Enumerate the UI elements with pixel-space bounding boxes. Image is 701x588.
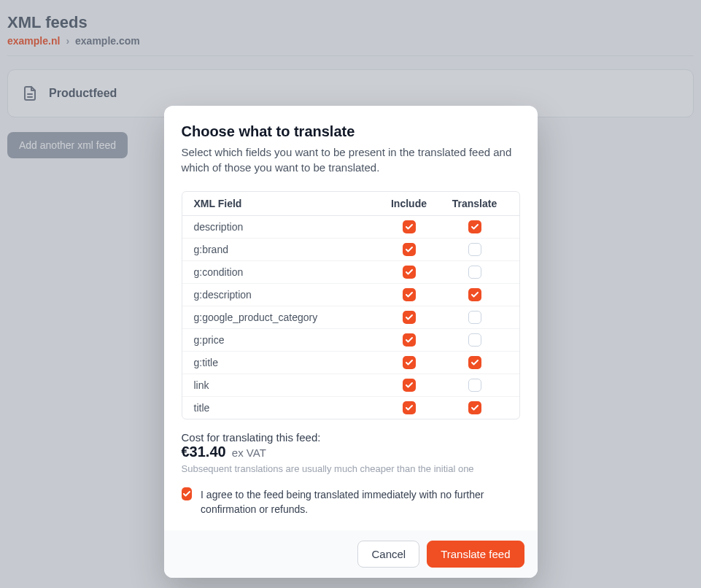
table-row: title [182,396,519,419]
modal-description: Select which fields you want to be prese… [182,144,520,175]
translate-checkbox[interactable] [468,356,481,369]
table-row: g:price [182,328,519,351]
cost-suffix: ex VAT [232,446,266,459]
field-name: g:brand [194,244,376,255]
agree-row: I agree to the feed being translated imm… [182,487,520,517]
field-name: description [194,221,376,233]
include-checkbox[interactable] [403,266,416,279]
include-checkbox[interactable] [403,243,416,256]
translate-modal: Choose what to translate Select which fi… [164,106,538,578]
cost-section: Cost for translating this feed: €31.40 e… [182,431,520,474]
field-name: g:condition [194,266,376,278]
cancel-button[interactable]: Cancel [357,541,419,568]
include-checkbox[interactable] [403,401,416,414]
col-field: XML Field [194,198,376,209]
col-include: Include [376,198,442,209]
include-checkbox[interactable] [403,311,416,324]
table-row: g:google_product_category [182,306,519,328]
table-row: description [182,216,519,238]
field-name: g:google_product_category [194,312,376,323]
modal-footer: Cancel Translate feed [164,530,538,578]
table-row: g:title [182,351,519,374]
table-row: g:description [182,283,519,306]
agree-text: I agree to the feed being translated imm… [201,487,519,517]
include-checkbox[interactable] [403,379,416,392]
table-row: g:condition [182,260,519,283]
translate-checkbox[interactable] [468,243,481,256]
cost-label: Cost for translating this feed: [182,431,520,444]
table-row: g:brand [182,238,519,260]
agree-checkbox[interactable] [182,487,193,500]
include-checkbox[interactable] [403,333,416,347]
include-checkbox[interactable] [403,220,416,233]
translate-checkbox[interactable] [468,288,481,301]
translate-checkbox[interactable] [468,379,481,392]
field-name: g:description [194,289,376,301]
translate-checkbox[interactable] [468,311,481,324]
translate-checkbox[interactable] [468,266,481,279]
cost-note: Subsequent translations are usually much… [182,463,520,474]
modal-title: Choose what to translate [182,123,520,140]
translate-checkbox[interactable] [468,401,481,414]
field-name: g:price [194,334,376,346]
translate-checkbox[interactable] [468,333,481,347]
fields-table: XML Field Include Translate description … [182,191,520,419]
field-name: g:title [194,357,376,368]
table-row: link [182,374,519,396]
cost-amount: €31.40 [182,444,226,460]
include-checkbox[interactable] [403,356,416,369]
field-name: link [194,379,376,391]
translate-checkbox[interactable] [468,220,481,233]
col-translate: Translate [442,198,508,209]
include-checkbox[interactable] [403,288,416,301]
field-name: title [194,402,376,414]
modal-backdrop: Choose what to translate Select which fi… [0,0,701,588]
translate-button[interactable]: Translate feed [427,541,524,568]
table-header: XML Field Include Translate [182,192,519,216]
